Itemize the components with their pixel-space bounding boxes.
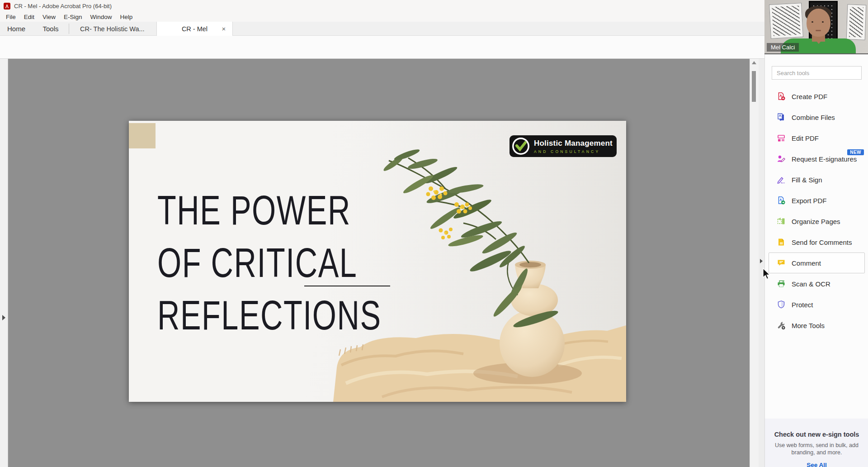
menu-view[interactable]: View bbox=[38, 13, 60, 21]
person-face bbox=[807, 9, 830, 37]
new-badge: NEW bbox=[847, 149, 864, 155]
menu-window[interactable]: Window bbox=[86, 13, 116, 21]
tool-item-edit-pdf[interactable]: Edit PDF bbox=[765, 128, 868, 148]
webcam-name-label: Mel Calci bbox=[767, 43, 799, 52]
tool-label: More Tools bbox=[792, 322, 825, 329]
export-pdf-icon bbox=[777, 196, 786, 205]
tools-sidebar: Create PDF Combine Files Edit PDF Reques… bbox=[764, 0, 868, 467]
more-tools-wrench-icon bbox=[777, 321, 786, 330]
tool-item-request-esignatures[interactable]: Request E-signatures NEW bbox=[765, 148, 868, 169]
slide-title-line2: OF CRITICAL bbox=[157, 237, 382, 289]
vertical-scrollbar[interactable] bbox=[750, 59, 759, 467]
person-eye bbox=[822, 21, 824, 23]
open-nav-pane-icon[interactable] bbox=[2, 315, 5, 320]
quick-toolbar: / 13 bbox=[0, 36, 764, 59]
tool-label: Request E-signatures bbox=[792, 155, 857, 163]
edit-pdf-icon bbox=[777, 133, 786, 143]
tab-tools[interactable]: Tools bbox=[33, 22, 69, 36]
wall-art-frame bbox=[846, 4, 867, 40]
slide-logo: Holistic Management AND CONSULTANCY bbox=[509, 135, 617, 157]
tool-item-create-pdf[interactable]: Create PDF bbox=[765, 86, 868, 107]
slide-title-line1: THE POWER bbox=[157, 184, 382, 237]
tool-item-combine-files[interactable]: Combine Files bbox=[765, 107, 868, 128]
tab-document-holistic[interactable]: CR- The Holistic Wa... bbox=[69, 22, 156, 36]
tool-label: Comment bbox=[792, 259, 821, 267]
menu-esign[interactable]: E-Sign bbox=[60, 13, 86, 21]
slide-accent-square bbox=[129, 123, 156, 148]
tool-label: Combine Files bbox=[792, 114, 835, 121]
comment-icon bbox=[777, 258, 786, 267]
menubar: File Edit View E-Sign Window Help bbox=[0, 12, 764, 22]
promo-body: Use web forms, send in bulk, add brandin… bbox=[772, 442, 861, 456]
request-esignatures-icon bbox=[777, 154, 786, 163]
create-pdf-icon bbox=[777, 92, 786, 101]
scroll-up-icon[interactable] bbox=[752, 61, 756, 64]
tab-document-cr-mel[interactable]: CR - Mel × bbox=[156, 22, 233, 36]
tool-item-comment[interactable]: Comment bbox=[769, 253, 865, 273]
wall-art-frame bbox=[769, 3, 803, 39]
tab-bar: Home Tools CR- The Holistic Wa... CR - M… bbox=[0, 22, 764, 36]
fill-sign-icon bbox=[777, 175, 786, 184]
nav-pane-strip bbox=[0, 59, 8, 467]
tool-label: Edit PDF bbox=[792, 134, 819, 142]
organize-pages-icon bbox=[777, 217, 786, 226]
tools-list: Create PDF Combine Files Edit PDF Reques… bbox=[765, 86, 868, 336]
mouse-cursor bbox=[762, 268, 772, 281]
window-title: CR - Mel - Adobe Acrobat Pro (64-bit) bbox=[14, 3, 112, 10]
esign-promo-card: Check out new e-sign tools Use web forms… bbox=[765, 419, 868, 467]
logo-subtitle: AND CONSULTANCY bbox=[534, 149, 613, 154]
pdf-page: Holistic Management AND CONSULTANCY THE … bbox=[129, 121, 626, 402]
person-mouth bbox=[816, 30, 821, 31]
slide-title-underline bbox=[304, 286, 390, 286]
tool-item-fill-sign[interactable]: Fill & Sign bbox=[765, 169, 868, 190]
send-for-comments-icon bbox=[777, 238, 786, 247]
person-eye bbox=[811, 21, 813, 23]
search-tools-input[interactable] bbox=[772, 66, 862, 80]
promo-title: Check out new e-sign tools bbox=[772, 431, 861, 438]
scrollbar-thumb[interactable] bbox=[752, 71, 756, 102]
slide-title-line3: REFLECTIONS bbox=[157, 289, 382, 342]
tool-item-send-for-comments[interactable]: Send for Comments bbox=[765, 232, 868, 253]
tool-label: Organize Pages bbox=[792, 218, 840, 225]
tool-label: Create PDF bbox=[792, 93, 827, 100]
tool-label: Export PDF bbox=[792, 197, 827, 205]
tool-label: Protect bbox=[792, 301, 813, 309]
menu-file[interactable]: File bbox=[2, 13, 20, 21]
tool-item-export-pdf[interactable]: Export PDF bbox=[765, 190, 868, 211]
scan-ocr-icon bbox=[777, 279, 786, 288]
tool-label: Scan & OCR bbox=[792, 280, 830, 288]
tool-item-scan-ocr[interactable]: Scan & OCR bbox=[765, 273, 868, 294]
logo-check-icon bbox=[511, 137, 530, 156]
menu-help[interactable]: Help bbox=[116, 13, 137, 21]
menu-edit[interactable]: Edit bbox=[20, 13, 38, 21]
window-titlebar: CR - Mel - Adobe Acrobat Pro (64-bit) bbox=[0, 0, 868, 12]
collapse-tools-pane-icon[interactable] bbox=[760, 259, 763, 263]
tool-item-protect[interactable]: Protect bbox=[765, 294, 868, 315]
tool-label: Send for Comments bbox=[792, 238, 852, 246]
tool-label: Fill & Sign bbox=[792, 176, 822, 184]
logo-title: Holistic Management bbox=[534, 139, 613, 148]
tab-document-cr-mel-label: CR - Mel bbox=[182, 25, 208, 33]
protect-shield-icon bbox=[777, 300, 786, 309]
webcam-video: Mel Calci bbox=[764, 0, 868, 54]
tab-close-icon[interactable]: × bbox=[220, 24, 228, 33]
see-all-link[interactable]: See All bbox=[807, 462, 827, 467]
acrobat-app-icon bbox=[4, 3, 10, 10]
tab-home[interactable]: Home bbox=[0, 22, 33, 36]
combine-files-icon bbox=[777, 113, 786, 122]
tool-item-more-tools[interactable]: More Tools bbox=[765, 315, 868, 336]
tool-item-organize-pages[interactable]: Organize Pages bbox=[765, 211, 868, 232]
slide-title: THE POWER OF CRITICAL REFLECTIONS bbox=[157, 184, 382, 342]
